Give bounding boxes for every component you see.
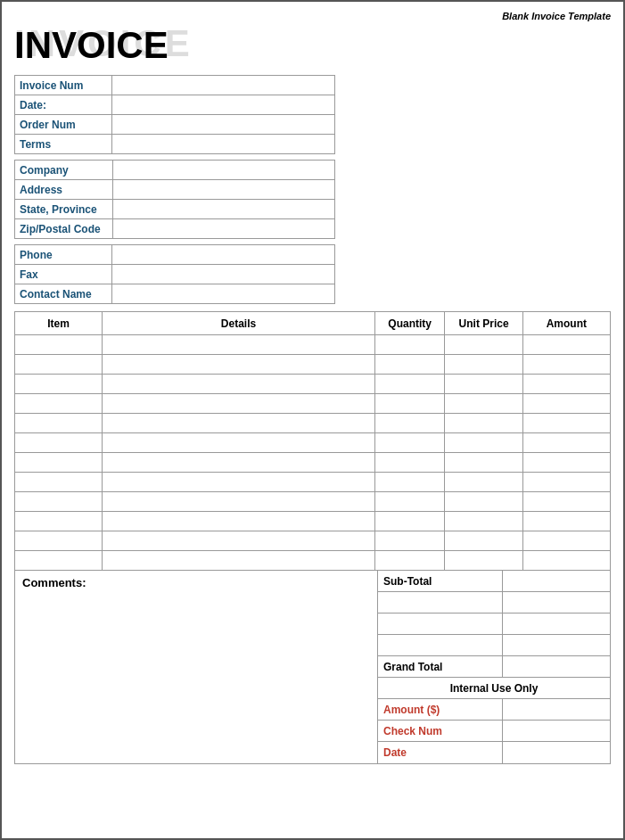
fax-value[interactable] [111,265,334,284]
row-6-cell-2[interactable] [374,453,445,473]
row-9-cell-2[interactable] [374,512,445,531]
row-10-cell-2[interactable] [374,531,445,551]
table-row [15,453,611,473]
row-2-cell-0[interactable] [15,375,103,394]
row-11-cell-0[interactable] [15,551,103,571]
row-7-cell-1[interactable] [103,473,375,492]
top-info-section: Invoice Num Date: Order Num Terms Compan… [14,75,611,304]
row-3-cell-1[interactable] [103,394,375,414]
header-unit-price: Unit Price [445,312,522,335]
check-num-value[interactable] [503,721,610,741]
row-6-cell-0[interactable] [15,453,103,473]
row-6-cell-4[interactable] [522,453,610,473]
row-10-cell-4[interactable] [522,531,610,551]
row-11-cell-4[interactable] [522,551,610,571]
table-header-row: Item Details Quantity Unit Price Amount [15,312,611,335]
extra-left-3[interactable] [378,635,503,655]
row-8-cell-0[interactable] [15,492,103,512]
row-3-cell-0[interactable] [15,394,103,414]
row-5-cell-2[interactable] [374,433,445,453]
address-value[interactable] [113,180,335,200]
row-10-cell-0[interactable] [15,531,103,551]
zip-row: Zip/Postal Code [15,219,335,239]
amount-value[interactable] [503,699,610,720]
row-4-cell-3[interactable] [445,414,522,433]
row-1-cell-4[interactable] [522,355,610,375]
date-value[interactable] [111,95,334,115]
invoice-num-label: Invoice Num [15,76,112,95]
row-5-cell-1[interactable] [103,433,375,453]
row-7-cell-2[interactable] [374,473,445,492]
phone-value[interactable] [111,245,334,265]
row-5-cell-0[interactable] [15,433,103,453]
row-3-cell-4[interactable] [522,394,610,414]
table-row [15,394,611,414]
row-2-cell-4[interactable] [522,375,610,394]
extra-left-2[interactable] [378,614,503,634]
row-8-cell-2[interactable] [374,492,445,512]
row-5-cell-3[interactable] [445,433,522,453]
row-4-cell-0[interactable] [15,414,103,433]
extra-right-2[interactable] [503,614,610,634]
internal-date-label: Date [378,742,503,763]
row-2-cell-3[interactable] [445,375,522,394]
row-6-cell-3[interactable] [445,453,522,473]
extra-row-3 [378,635,610,656]
row-11-cell-3[interactable] [445,551,522,571]
row-8-cell-4[interactable] [522,492,610,512]
row-9-cell-4[interactable] [522,512,610,531]
contact-name-value[interactable] [111,284,334,304]
row-1-cell-0[interactable] [15,355,103,375]
row-5-cell-4[interactable] [522,433,610,453]
company-label: Company [15,161,113,180]
row-2-cell-1[interactable] [103,375,375,394]
row-6-cell-1[interactable] [103,453,375,473]
row-0-cell-1[interactable] [103,335,375,355]
row-4-cell-1[interactable] [103,414,375,433]
extra-right-3[interactable] [503,635,610,655]
row-1-cell-1[interactable] [103,355,375,375]
table-row [15,355,611,375]
state-value[interactable] [113,200,335,219]
row-11-cell-1[interactable] [103,551,375,571]
row-0-cell-3[interactable] [445,335,522,355]
row-1-cell-3[interactable] [445,355,522,375]
terms-value[interactable] [111,135,334,154]
row-8-cell-3[interactable] [445,492,522,512]
row-0-cell-2[interactable] [374,335,445,355]
row-10-cell-1[interactable] [103,531,375,551]
company-value[interactable] [113,161,335,180]
row-4-cell-4[interactable] [522,414,610,433]
extra-right-1[interactable] [503,592,610,613]
table-row [15,551,611,571]
invoice-num-value[interactable] [111,76,334,95]
address-label: Address [15,180,113,200]
row-9-cell-3[interactable] [445,512,522,531]
table-row [15,335,611,355]
row-3-cell-2[interactable] [374,394,445,414]
row-9-cell-0[interactable] [15,512,103,531]
row-0-cell-0[interactable] [15,335,103,355]
row-3-cell-3[interactable] [445,394,522,414]
row-4-cell-2[interactable] [374,414,445,433]
row-8-cell-1[interactable] [103,492,375,512]
phone-row: Phone [15,245,335,265]
row-11-cell-2[interactable] [374,551,445,571]
row-1-cell-2[interactable] [374,355,445,375]
row-7-cell-3[interactable] [445,473,522,492]
row-0-cell-4[interactable] [522,335,610,355]
subtotal-value[interactable] [503,571,610,591]
row-7-cell-4[interactable] [522,473,610,492]
grand-total-value[interactable] [503,656,610,677]
extra-left-1[interactable] [378,592,503,613]
company-row: Company [15,161,335,180]
row-2-cell-2[interactable] [374,375,445,394]
internal-date-value[interactable] [503,742,610,763]
comments-col: Comments: [15,571,378,763]
phone-label: Phone [15,245,112,265]
zip-value[interactable] [113,219,335,239]
order-num-value[interactable] [111,115,334,135]
row-10-cell-3[interactable] [445,531,522,551]
row-9-cell-1[interactable] [103,512,375,531]
row-7-cell-0[interactable] [15,473,103,492]
